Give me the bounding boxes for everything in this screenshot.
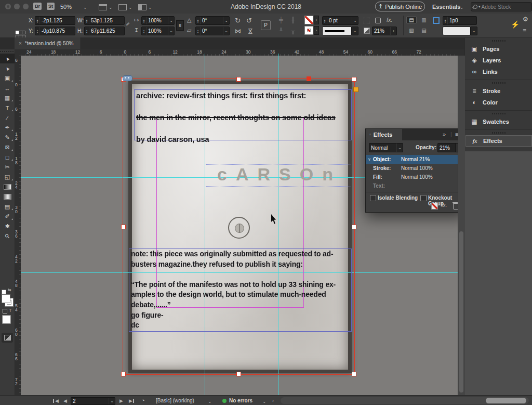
jump-object-button[interactable]: ▤ xyxy=(419,27,429,34)
gradient-tool[interactable] xyxy=(0,182,15,192)
selection-tool[interactable]: ▲ xyxy=(0,54,15,63)
auto-fit-icon[interactable] xyxy=(433,18,439,23)
selection-bounding-box[interactable] xyxy=(123,79,355,375)
adobe-stock-search[interactable]: ▾ Adobe Stock xyxy=(471,2,532,11)
effects-row-stroke[interactable]: Stroke:Normal 100% xyxy=(366,164,464,173)
preflight-chevron-icon[interactable]: ⌄ xyxy=(208,399,212,404)
x-position-field[interactable]: ▴▾-2p1.125 xyxy=(35,16,75,25)
stroke-type-chevron-icon[interactable]: ⌄ xyxy=(351,27,358,35)
type-tool[interactable]: T xyxy=(0,103,15,113)
dock-item-effects[interactable]: fxEffects xyxy=(466,135,532,147)
document-canvas[interactable]: archive: review-first things first: firs… xyxy=(21,56,458,395)
dock-item-links[interactable]: ∞Links xyxy=(465,66,532,77)
eyedropper-tool[interactable]: ✐ xyxy=(0,212,15,221)
selection-handle-sw[interactable] xyxy=(121,372,126,376)
vertical-scrollbar-thumb[interactable] xyxy=(459,231,463,393)
panel-drag-handle[interactable] xyxy=(492,82,506,84)
panel-drag-handle[interactable] xyxy=(492,40,506,42)
stroke-swatch[interactable] xyxy=(304,26,313,35)
opacity-field[interactable]: 21% xyxy=(437,143,456,152)
frame-badge-icon[interactable] xyxy=(123,75,132,81)
effects-menu-button[interactable]: fx. xyxy=(387,17,393,23)
scissors-tool[interactable]: ✂ xyxy=(0,162,15,172)
dock-item-color[interactable]: ◐Color xyxy=(465,97,532,108)
gradient-feather-tool[interactable] xyxy=(0,192,15,202)
selection-handle-ne[interactable] xyxy=(352,77,356,82)
gear-icon[interactable]: ⚙ xyxy=(523,16,528,23)
flip-horizontal-button[interactable]: ⋈ xyxy=(235,28,241,35)
hand-tool[interactable]: ✱ xyxy=(0,221,15,231)
effects-row-object[interactable]: ∨Object:Normal 21% xyxy=(366,155,464,164)
formatting-affects-container-button[interactable] xyxy=(3,309,7,313)
gap-tool[interactable]: ↔ xyxy=(0,83,15,93)
align-distribute-icon-1[interactable]: ╪ xyxy=(279,17,283,23)
content-collector-tool[interactable]: ▦ xyxy=(0,93,15,103)
page-tool[interactable]: ▣ xyxy=(0,73,15,83)
selection-handle-s[interactable] xyxy=(236,372,241,376)
selection-marker-red[interactable] xyxy=(307,76,311,81)
dock-item-layers[interactable]: ◈Layers xyxy=(465,55,532,66)
panel-menu-icon[interactable]: ≡ xyxy=(523,27,526,34)
object-style-chevron-icon[interactable]: ⌄ xyxy=(470,27,477,35)
note-tool[interactable]: ▤ xyxy=(0,202,15,212)
dock-item-swatches[interactable]: ▦Swatches xyxy=(465,116,532,127)
align-distribute-icon-3[interactable]: ╨ xyxy=(279,28,283,34)
rotate-cw-button[interactable]: ↻ xyxy=(235,17,241,24)
width-field[interactable]: ▴▾53p1.125 xyxy=(84,16,125,25)
scale-y-field[interactable]: ▴▾100%⌄ xyxy=(141,27,175,35)
corner-options-icon[interactable] xyxy=(364,18,369,23)
stroke-weight-field[interactable]: ▴▾0 pt⌄ xyxy=(322,16,358,25)
line-tool[interactable]: ∕ xyxy=(0,113,15,123)
height-field[interactable]: ▴▾67p11.625 xyxy=(84,27,125,35)
direct-selection-tool[interactable]: ▲ xyxy=(0,63,15,73)
no-text-wrap-button[interactable]: ▤ xyxy=(406,16,417,24)
workspace-chevron-icon[interactable]: ⌄ xyxy=(460,5,464,10)
wrap-around-object-button[interactable]: ▧ xyxy=(406,27,417,34)
fill-swatch[interactable] xyxy=(304,16,313,24)
dock-item-pages[interactable]: ▣Pages xyxy=(465,43,532,55)
effects-panel-tab[interactable]: ⁞ Effects xyxy=(366,129,402,140)
apply-none-button[interactable] xyxy=(2,315,11,324)
rotation-angle-field[interactable]: ▴▾0°⌄ xyxy=(195,16,230,25)
constrain-dimensions-icon[interactable]: ⧚ xyxy=(125,21,131,28)
panel-drag-handle[interactable] xyxy=(492,113,506,114)
opacity-field[interactable]: 21%› xyxy=(372,27,397,35)
fill-color-swatch[interactable] xyxy=(2,294,10,303)
corner-shape-icon[interactable] xyxy=(375,18,381,23)
selection-handle-se[interactable] xyxy=(352,372,356,376)
next-page-button[interactable]: ▶ xyxy=(119,398,123,403)
publish-online-button[interactable]: ↥ Publish Online xyxy=(375,2,425,11)
shear-angle-field[interactable]: ▴▾0°⌄ xyxy=(195,27,230,35)
wrap-offset-field[interactable]: ▴▾1p0 xyxy=(443,16,477,25)
align-distribute-icon-4[interactable]: ╥ xyxy=(291,28,295,34)
rotate-ccw-button[interactable]: ↺ xyxy=(246,17,252,24)
free-transform-tool[interactable]: ◱ xyxy=(0,172,15,182)
first-page-button[interactable] xyxy=(53,399,54,403)
screen-mode-button[interactable] xyxy=(2,333,13,343)
last-page-arrow-icon[interactable]: ▶ xyxy=(129,398,132,403)
pen-tool[interactable]: ✒ xyxy=(0,123,15,133)
selection-handle-e[interactable] xyxy=(352,225,356,229)
effects-row-fill[interactable]: Fill:Normal 100% xyxy=(366,173,464,181)
formatting-affects-text-button[interactable]: T xyxy=(9,308,12,313)
scale-x-field[interactable]: ▴▾100%⌄ xyxy=(141,16,175,25)
dock-item-stroke[interactable]: ≡Stroke xyxy=(465,85,532,97)
previous-page-button[interactable]: ◀ xyxy=(63,398,67,403)
effects-panel-header[interactable]: ⁞ Effects » | ≡ xyxy=(366,129,464,140)
pencil-tool[interactable]: ✎ xyxy=(0,133,15,142)
page-number-field[interactable]: 2⌄ xyxy=(71,397,115,405)
object-style-dropdown[interactable] xyxy=(443,27,471,35)
errors-chevron-icon[interactable]: ⌄ xyxy=(262,399,267,404)
select-container-button[interactable]: P xyxy=(261,20,271,30)
collapse-panel-icon[interactable]: » xyxy=(443,131,446,137)
rectangle-tool[interactable]: □ xyxy=(0,152,15,162)
preflight-profile[interactable]: [Basic] (working) xyxy=(156,398,194,403)
stroke-menu-button[interactable]: › xyxy=(314,26,319,35)
close-tab-icon[interactable]: × xyxy=(19,41,22,46)
frame-tool[interactable]: ⊠ xyxy=(0,142,15,152)
default-fill-stroke-icon[interactable] xyxy=(2,290,6,294)
corner-edit-widget[interactable] xyxy=(353,87,358,92)
last-page-button[interactable] xyxy=(133,399,134,403)
preflight-icon[interactable]: ◔ xyxy=(141,397,145,403)
isolate-blending-checkbox[interactable] xyxy=(370,195,376,201)
